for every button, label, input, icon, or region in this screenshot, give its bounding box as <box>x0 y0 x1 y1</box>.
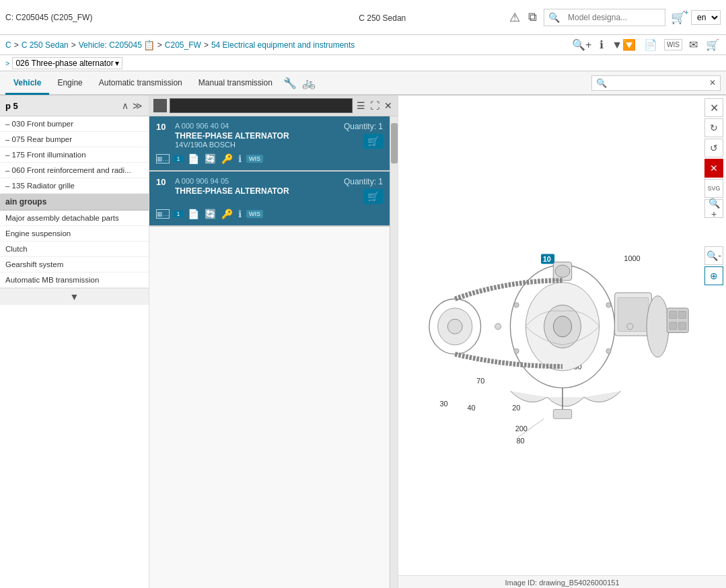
quantity-label-1: Quantity: 1 <box>344 122 383 131</box>
sidebar-item-radiator[interactable]: – 135 Radiator grille <box>0 178 149 194</box>
sidebar-group-auto-mb[interactable]: Automatic MB transmission <box>0 272 149 288</box>
part-icons-row-2: ▦… 1 📄 🔄 🔑 ℹ WIS <box>156 208 383 220</box>
list-view-btn[interactable]: ☰ <box>355 99 367 112</box>
svg-text:40: 40 <box>467 404 475 412</box>
breadcrumb-toolbar: 🔍+ ℹ ▼🔽 📄 WIS ✉ 🛒 <box>571 37 721 52</box>
sidebar-title: p 5 <box>5 101 18 111</box>
parts-list-scrollbar[interactable] <box>390 116 398 588</box>
sidebar: p 5 ∧ ≫ – 030 Front bumper – 075 Rear bu… <box>0 96 149 588</box>
tab-icon-2[interactable]: 🚲 <box>299 74 318 92</box>
top-search-input[interactable] <box>564 11 665 24</box>
sidebar-group-gearshift[interactable]: Gearshift system <box>0 257 149 272</box>
rotate-cw-btn[interactable]: ↻ <box>704 118 723 137</box>
filter-icon[interactable]: ▼🔽 <box>610 37 637 52</box>
bc-fw[interactable]: C205_FW <box>165 40 201 50</box>
center-search-input[interactable] <box>170 98 353 113</box>
svg-rect-24 <box>669 311 676 318</box>
cart-top-icon[interactable]: 🛒 <box>704 37 721 52</box>
info-btn-2[interactable]: ℹ <box>238 208 242 220</box>
svg-point-34 <box>495 323 501 329</box>
info-btn-1[interactable]: ℹ <box>238 153 242 165</box>
doc-btn-2[interactable]: 📄 <box>187 208 200 220</box>
top-search-btn[interactable]: 🔍 <box>544 9 564 26</box>
bc-electrical[interactable]: 54 Electrical equipment and instruments <box>211 40 355 50</box>
svg-btn[interactable]: SVG <box>704 179 723 198</box>
part-code-2: A 000 906 94 05 <box>175 177 344 185</box>
top-bar: C: C205045 (C205_FW) C 250 Sedan ⚠ ⧉ 🔍 🛒… <box>0 0 726 35</box>
svg-point-28 <box>513 302 518 307</box>
grid-icon-1[interactable]: ▦… <box>156 154 170 163</box>
top-bar-right: ⚠ ⧉ 🔍 🛒+ en <box>508 9 721 26</box>
part-badge-1: 1 <box>174 155 183 162</box>
expand-btn[interactable]: ⛶ <box>369 99 381 112</box>
document-icon[interactable]: 📄 <box>643 37 659 52</box>
sidebar-pin-btn[interactable]: ≫ <box>132 100 143 112</box>
bc-root[interactable]: > <box>5 59 9 67</box>
sidebar-group-clutch[interactable]: Clutch <box>0 242 149 257</box>
part-icons-row-1: ▦… 1 📄 🔄 🔑 ℹ WIS <box>156 153 383 165</box>
part-header-2: 10 A 000 906 94 05 THREE-PHASE ALTERNATO… <box>156 177 383 204</box>
grid-icon-2[interactable]: ▦… <box>156 209 170 219</box>
refresh-btn-2[interactable]: 🔄 <box>204 208 217 220</box>
close-x-btn[interactable]: ✕ <box>704 159 723 178</box>
breadcrumb: C > C 250 Sedan > Vehicle: C205045 📋 > C… <box>5 40 355 50</box>
part-info-1: A 000 906 40 04 THREE-PHASE ALTERNATOR 1… <box>175 122 344 149</box>
wis-icon[interactable]: WIS <box>664 39 682 50</box>
sidebar-collapse-btn[interactable]: ∧ <box>121 100 129 112</box>
zoom-out-diagram-btn[interactable]: 🔍- <box>704 246 723 265</box>
tab-vehicle[interactable]: Vehicle <box>5 73 49 95</box>
part-number-1: 10 <box>156 122 170 149</box>
nav-search-input[interactable] <box>611 76 705 89</box>
bc-vehicle[interactable]: Vehicle: C205045 <box>79 40 142 50</box>
diagram-image-id: Image ID: drawing_B54026000151 <box>398 575 726 588</box>
rotate-ccw-btn[interactable]: ↺ <box>704 139 723 157</box>
part-name-2: THREE-PHASE ALTERNATOR <box>175 186 344 196</box>
lang-select[interactable]: en <box>691 10 721 25</box>
sidebar-item-front-reinforce[interactable]: – 060 Front reinforcement and radi... <box>0 163 149 178</box>
bc-c[interactable]: C <box>5 40 11 50</box>
add-to-cart-btn-1[interactable]: 🛒 <box>363 134 383 149</box>
bc-sedan[interactable]: C 250 Sedan <box>22 40 69 50</box>
wis-btn-2[interactable]: WIS <box>246 210 263 218</box>
tab-icon-1[interactable]: 🔧 <box>281 74 299 92</box>
svg-rect-25 <box>678 311 686 318</box>
sidebar-group-engine-sus[interactable]: Engine suspension <box>0 226 149 242</box>
part-number-2: 10 <box>156 177 170 196</box>
zoom-in-diagram-btn[interactable]: 🔍+ <box>704 199 723 218</box>
info-icon[interactable]: ℹ <box>598 37 605 52</box>
warning-icon[interactable]: ⚠ <box>508 9 521 26</box>
copy-icon[interactable]: ⧉ <box>527 9 538 26</box>
cart-button[interactable]: 🛒+ <box>671 10 686 25</box>
doc-btn-1[interactable]: 📄 <box>187 153 200 165</box>
nav-search-btn[interactable]: 🔍 <box>592 76 611 90</box>
mail-icon[interactable]: ✉ <box>688 37 699 52</box>
sidebar-scroll-down[interactable]: ▼ <box>0 288 149 305</box>
refresh-btn-1[interactable]: 🔄 <box>204 153 217 165</box>
tab-engine[interactable]: Engine <box>49 73 90 95</box>
svg-text:1000: 1000 <box>624 254 640 262</box>
sidebar-group-major[interactable]: Major assembly detachable parts <box>0 211 149 226</box>
key-btn-2[interactable]: 🔑 <box>221 208 233 220</box>
tab-automatic[interactable]: Automatic transmission <box>91 73 190 95</box>
drag-btn[interactable]: ⊕ <box>704 266 723 285</box>
top-search: 🔍 <box>544 9 665 26</box>
svg-rect-33 <box>553 409 571 418</box>
part-subname-1: 14V/190A BOSCH <box>175 141 344 149</box>
key-btn-1[interactable]: 🔑 <box>221 153 233 165</box>
svg-text:80: 80 <box>516 436 524 444</box>
sidebar-item-rear-bumper[interactable]: – 075 Rear bumper <box>0 132 149 147</box>
nav-search-clear[interactable]: ✕ <box>705 76 720 89</box>
sidebar-item-front-illum[interactable]: – 175 Front illumination <box>0 147 149 163</box>
close-center-btn[interactable]: ✕ <box>383 99 394 112</box>
sidebar-item-front-bumper[interactable]: – 030 Front bumper <box>0 116 149 132</box>
close-diagram-btn[interactable]: ✕ <box>704 98 723 117</box>
svg-text:70: 70 <box>476 377 484 385</box>
wis-btn-1[interactable]: WIS <box>246 155 263 163</box>
subgroup-dropdown[interactable]: 026 Three-phase alternator ▾ <box>12 57 122 69</box>
main-layout: p 5 ∧ ≫ – 030 Front bumper – 075 Rear bu… <box>0 96 726 588</box>
tab-manual[interactable]: Manual transmission <box>190 73 281 95</box>
add-to-cart-btn-2[interactable]: 🛒 <box>363 189 383 204</box>
sidebar-items-list: – 030 Front bumper – 075 Rear bumper – 1… <box>0 116 149 194</box>
diagram-panel: ✕ ↻ ↺ ✕ SVG 🔍+ 🔍- ⊕ 30 40 20 10 <box>398 96 726 588</box>
zoom-in-icon[interactable]: 🔍+ <box>571 37 593 52</box>
